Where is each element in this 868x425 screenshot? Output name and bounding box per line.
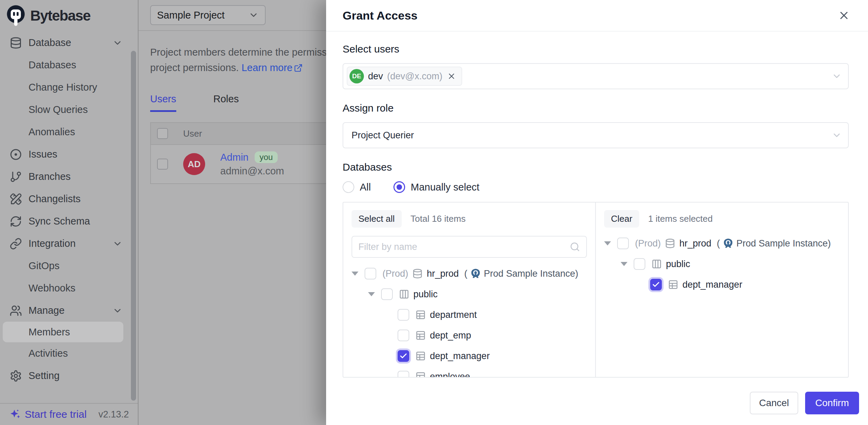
tree-checkbox[interactable] [398,309,409,321]
sidebar-item-issues[interactable]: Issues [0,143,138,165]
tree-row-schema: public [352,284,587,305]
modal-title: Grant Access [343,9,418,22]
radio-all[interactable]: All [343,181,371,193]
close-icon[interactable] [838,9,850,22]
row-checkbox[interactable] [157,159,168,170]
sidebar-item-label: Issues [29,149,57,160]
sidebar-item-sync-schema[interactable]: Sync Schema [0,210,138,232]
table-icon [415,371,426,377]
table-icon [415,351,426,361]
remove-user-icon[interactable] [447,72,456,81]
tree-row-instance: (Prod) hr_prod ( Prod Sample Instance) [352,263,587,284]
modal-header: Grant Access [326,0,868,32]
confirm-button[interactable]: Confirm [805,392,859,414]
radio-manually-select[interactable]: Manually select [393,181,479,193]
database-icon [412,268,423,279]
clear-button[interactable]: Clear [604,210,639,228]
user-chip: DE dev (dev@x.com) [347,67,462,86]
learn-more-link[interactable]: Learn more [242,60,303,76]
modal-body: Select users DE dev (dev@x.com) Assign r… [326,32,868,378]
tab-users[interactable]: Users [150,93,176,112]
sidebar-item-changelists[interactable]: Changelists [0,188,138,210]
select-users-input[interactable]: DE dev (dev@x.com) [343,63,849,89]
schema-name: public [413,289,438,300]
tree-row-table: dept_manager [352,346,587,366]
sidebar-item-webhooks[interactable]: Webhooks [0,277,138,299]
sidebar-item-gitops[interactable]: GitOps [0,255,138,277]
instance-label: ( Prod Sample Instance) [717,238,831,249]
database-icon [665,238,675,249]
sidebar-item-setting[interactable]: Setting [0,365,138,387]
tree-checkbox[interactable] [398,371,409,377]
tree-checkbox-checked[interactable] [398,350,409,362]
sidebar-item-members[interactable]: Members [3,322,123,342]
total-items-label: Total 16 items [411,214,466,224]
sidebar-item-manage[interactable]: Manage [0,299,138,322]
tree-checkbox[interactable] [365,268,376,279]
postgresql-icon [470,268,481,279]
tree-checkbox[interactable] [381,288,393,300]
sidebar-item-change-history[interactable]: Change History [0,76,138,99]
avatar: DE [349,69,364,83]
sidebar: Bytebase Database Databases Change Histo… [0,0,138,425]
sidebar-item-label: Changelists [29,193,81,205]
cancel-button[interactable]: Cancel [750,392,798,414]
table-icon [415,310,426,320]
git-branch-icon [10,171,22,183]
filter-input[interactable] [358,242,570,252]
instance-label: ( Prod Sample Instance) [464,268,578,279]
tree-checkbox[interactable] [634,258,645,270]
sidebar-item-label: Database [29,37,71,48]
sidebar-item-anomalies[interactable]: Anomalies [0,121,138,143]
caret-down-icon[interactable] [368,292,375,296]
start-free-trial-link[interactable]: Start free trial [9,408,87,421]
tree-checkbox[interactable] [617,238,629,249]
sidebar-item-database[interactable]: Database [0,32,138,54]
description-line1: Project members determine the permiss [150,45,327,60]
tree-checkbox-checked[interactable] [650,279,662,290]
tab-roles[interactable]: Roles [213,93,239,112]
chevron-down-icon [112,306,123,316]
sidebar-item-databases[interactable]: Databases [0,54,138,76]
assign-role-select[interactable]: Project Querier [343,122,849,148]
database-name: hr_prod [679,238,711,249]
picker-selected-panel: Clear 1 items selected (Prod) hr_prod ( … [596,203,848,377]
table-name: department [430,310,477,320]
environment-label: (Prod) [382,268,408,279]
selected-tree: (Prod) hr_prod ( Prod Sample Instance) [604,233,840,295]
sidebar-item-branches[interactable]: Branches [0,165,138,188]
sidebar-item-label: Setting [29,370,59,381]
sidebar-item-integration[interactable]: Integration [0,232,138,255]
select-all-checkbox[interactable] [157,128,168,139]
tree-checkbox[interactable] [398,330,409,341]
page-description: Project members determine the permiss pr… [150,45,327,76]
you-badge: you [255,151,278,163]
chevron-down-icon [248,10,259,20]
check-icon [399,352,408,360]
database-transfer-picker: Select all Total 16 items (Prod) hr_prod [343,202,849,378]
sidebar-scrollbar[interactable] [131,51,136,401]
chevron-down-icon [112,38,123,48]
caret-down-icon[interactable] [604,241,611,245]
caret-down-icon[interactable] [352,272,358,276]
tree-row-table: dept_emp [352,325,587,346]
caret-down-icon[interactable] [621,262,627,266]
sidebar-item-label: Sync Schema [29,216,90,227]
schema-icon [399,289,409,299]
user-name-link[interactable]: Admin [220,152,248,163]
sidebar-item-activities[interactable]: Activities [0,342,138,365]
sidebar-item-label: Databases [29,59,76,71]
select-all-button[interactable]: Select all [352,210,402,228]
table-name: dept_manager [430,351,490,361]
tree-row-table: department [352,305,587,325]
project-selector[interactable]: Sample Project [150,5,266,25]
database-scope-radios: All Manually select [343,181,849,193]
project-selector-value: Sample Project [157,10,225,21]
sidebar-item-label: Integration [29,238,76,249]
sidebar-item-slow-queries[interactable]: Slow Queries [0,99,138,121]
brand-logo[interactable]: Bytebase [0,0,138,32]
filter-input-wrapper [352,236,587,258]
assign-role-value: Project Querier [347,130,414,141]
select-users-label: Select users [343,43,849,55]
table-icon [668,279,678,290]
